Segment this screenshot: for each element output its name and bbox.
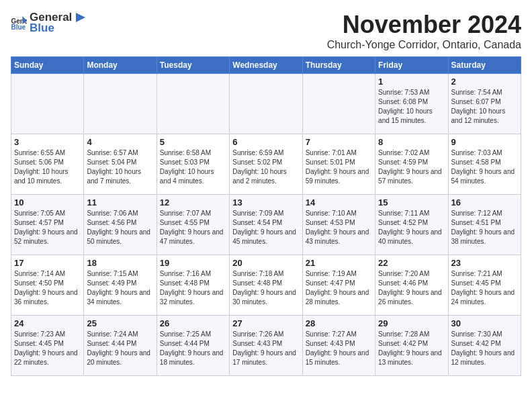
day-number: 5 <box>160 137 226 147</box>
calendar-cell: 14Sunrise: 7:10 AM Sunset: 4:53 PM Dayli… <box>302 195 375 255</box>
calendar-cell <box>157 74 229 134</box>
svg-text:Blue: Blue <box>11 24 26 30</box>
cell-content: Sunrise: 6:55 AM Sunset: 5:06 PM Dayligh… <box>14 148 81 186</box>
header-row: SundayMondayTuesdayWednesdayThursdayFrid… <box>11 57 521 74</box>
day-number: 9 <box>451 137 518 147</box>
calendar-cell: 24Sunrise: 7:23 AM Sunset: 4:45 PM Dayli… <box>11 316 84 376</box>
day-number: 20 <box>232 258 299 268</box>
day-number: 11 <box>87 197 153 208</box>
svg-marker-3 <box>76 13 85 22</box>
week-row-2: 3Sunrise: 6:55 AM Sunset: 5:06 PM Daylig… <box>11 134 521 195</box>
calendar-cell: 4Sunrise: 6:57 AM Sunset: 5:04 PM Daylig… <box>84 134 157 195</box>
calendar-cell: 21Sunrise: 7:19 AM Sunset: 4:47 PM Dayli… <box>302 255 375 316</box>
location-title: Church-Yonge Corridor, Ontario, Canada <box>327 39 521 51</box>
day-number: 30 <box>451 318 518 328</box>
calendar-cell: 22Sunrise: 7:20 AM Sunset: 4:46 PM Dayli… <box>375 255 448 316</box>
calendar-cell: 27Sunrise: 7:26 AM Sunset: 4:43 PM Dayli… <box>230 316 302 376</box>
cell-content: Sunrise: 7:06 AM Sunset: 4:56 PM Dayligh… <box>87 209 153 246</box>
day-number: 7 <box>306 137 372 147</box>
calendar-cell <box>302 74 375 134</box>
cell-content: Sunrise: 6:57 AM Sunset: 5:04 PM Dayligh… <box>87 148 153 186</box>
cell-content: Sunrise: 7:19 AM Sunset: 4:47 PM Dayligh… <box>306 269 372 307</box>
header-cell-thursday: Thursday <box>302 57 375 74</box>
day-number: 10 <box>14 197 81 208</box>
cell-content: Sunrise: 7:25 AM Sunset: 4:44 PM Dayligh… <box>160 330 226 367</box>
cell-content: Sunrise: 7:10 AM Sunset: 4:53 PM Dayligh… <box>306 209 372 246</box>
calendar-cell: 17Sunrise: 7:14 AM Sunset: 4:50 PM Dayli… <box>11 255 84 316</box>
calendar-cell: 1Sunrise: 7:53 AM Sunset: 6:08 PM Daylig… <box>375 74 448 134</box>
header-cell-monday: Monday <box>84 57 157 74</box>
calendar-cell: 10Sunrise: 7:05 AM Sunset: 4:57 PM Dayli… <box>11 195 84 255</box>
calendar-cell: 26Sunrise: 7:25 AM Sunset: 4:44 PM Dayli… <box>157 316 229 376</box>
cell-content: Sunrise: 7:23 AM Sunset: 4:45 PM Dayligh… <box>14 330 81 367</box>
calendar-cell: 2Sunrise: 7:54 AM Sunset: 6:07 PM Daylig… <box>448 74 521 134</box>
cell-content: Sunrise: 7:03 AM Sunset: 4:58 PM Dayligh… <box>451 148 518 186</box>
week-row-1: 1Sunrise: 7:53 AM Sunset: 6:08 PM Daylig… <box>11 74 521 134</box>
calendar-table: SundayMondayTuesdayWednesdayThursdayFrid… <box>11 56 521 376</box>
header-cell-saturday: Saturday <box>448 57 521 74</box>
calendar-cell: 13Sunrise: 7:09 AM Sunset: 4:54 PM Dayli… <box>230 195 302 255</box>
cell-content: Sunrise: 7:20 AM Sunset: 4:46 PM Dayligh… <box>378 269 445 307</box>
day-number: 25 <box>87 318 153 328</box>
calendar-cell: 11Sunrise: 7:06 AM Sunset: 4:56 PM Dayli… <box>84 195 157 255</box>
calendar-cell: 18Sunrise: 7:15 AM Sunset: 4:49 PM Dayli… <box>84 255 157 316</box>
cell-content: Sunrise: 7:07 AM Sunset: 4:55 PM Dayligh… <box>160 209 226 246</box>
cell-content: Sunrise: 7:24 AM Sunset: 4:44 PM Dayligh… <box>87 330 153 367</box>
cell-content: Sunrise: 7:14 AM Sunset: 4:50 PM Dayligh… <box>14 269 81 307</box>
week-row-3: 10Sunrise: 7:05 AM Sunset: 4:57 PM Dayli… <box>11 195 521 255</box>
day-number: 15 <box>378 197 445 208</box>
calendar-cell <box>230 74 302 134</box>
calendar-cell: 23Sunrise: 7:21 AM Sunset: 4:45 PM Dayli… <box>448 255 521 316</box>
cell-content: Sunrise: 7:12 AM Sunset: 4:51 PM Dayligh… <box>451 209 518 246</box>
day-number: 27 <box>232 318 299 328</box>
day-number: 13 <box>232 197 299 208</box>
day-number: 14 <box>306 197 372 208</box>
calendar-cell: 30Sunrise: 7:30 AM Sunset: 4:42 PM Dayli… <box>448 316 521 376</box>
header-cell-sunday: Sunday <box>11 57 84 74</box>
day-number: 8 <box>378 137 445 147</box>
day-number: 12 <box>160 197 226 208</box>
month-title: November 2024 <box>327 11 521 39</box>
week-row-5: 24Sunrise: 7:23 AM Sunset: 4:45 PM Dayli… <box>11 316 521 376</box>
day-number: 6 <box>232 137 299 147</box>
day-number: 23 <box>451 258 518 268</box>
logo-arrow-icon <box>73 11 85 24</box>
cell-content: Sunrise: 7:28 AM Sunset: 4:42 PM Dayligh… <box>378 330 445 367</box>
calendar-cell: 6Sunrise: 6:59 AM Sunset: 5:02 PM Daylig… <box>230 134 302 195</box>
day-number: 2 <box>451 77 518 87</box>
day-number: 17 <box>14 258 81 268</box>
calendar-cell: 25Sunrise: 7:24 AM Sunset: 4:44 PM Dayli… <box>84 316 157 376</box>
cell-content: Sunrise: 7:26 AM Sunset: 4:43 PM Dayligh… <box>232 330 299 367</box>
logo-icon: General Blue <box>11 16 27 30</box>
calendar-cell: 28Sunrise: 7:27 AM Sunset: 4:43 PM Dayli… <box>302 316 375 376</box>
cell-content: Sunrise: 7:53 AM Sunset: 6:08 PM Dayligh… <box>378 88 445 126</box>
day-number: 28 <box>306 318 372 328</box>
calendar-cell: 8Sunrise: 7:02 AM Sunset: 4:59 PM Daylig… <box>375 134 448 195</box>
calendar-cell: 16Sunrise: 7:12 AM Sunset: 4:51 PM Dayli… <box>448 195 521 255</box>
day-number: 3 <box>14 137 81 147</box>
header-cell-friday: Friday <box>375 57 448 74</box>
day-number: 1 <box>378 77 445 87</box>
cell-content: Sunrise: 6:59 AM Sunset: 5:02 PM Dayligh… <box>232 148 299 186</box>
header-cell-tuesday: Tuesday <box>157 57 229 74</box>
calendar-cell <box>11 74 84 134</box>
cell-content: Sunrise: 7:21 AM Sunset: 4:45 PM Dayligh… <box>451 269 518 307</box>
header: General Blue General Blue November 2024 … <box>11 11 521 51</box>
cell-content: Sunrise: 7:27 AM Sunset: 4:43 PM Dayligh… <box>306 330 372 367</box>
cell-content: Sunrise: 7:01 AM Sunset: 5:01 PM Dayligh… <box>306 148 372 186</box>
cell-content: Sunrise: 7:18 AM Sunset: 4:48 PM Dayligh… <box>232 269 299 307</box>
cell-content: Sunrise: 7:05 AM Sunset: 4:57 PM Dayligh… <box>14 209 81 246</box>
cell-content: Sunrise: 7:02 AM Sunset: 4:59 PM Dayligh… <box>378 148 445 186</box>
day-number: 19 <box>160 258 226 268</box>
logo: General Blue General Blue <box>11 11 87 35</box>
cell-content: Sunrise: 7:15 AM Sunset: 4:49 PM Dayligh… <box>87 269 153 307</box>
calendar-cell <box>84 74 157 134</box>
title-area: November 2024 Church-Yonge Corridor, Ont… <box>327 11 521 51</box>
cell-content: Sunrise: 7:09 AM Sunset: 4:54 PM Dayligh… <box>232 209 299 246</box>
cell-content: Sunrise: 6:58 AM Sunset: 5:03 PM Dayligh… <box>160 148 226 186</box>
calendar-cell: 7Sunrise: 7:01 AM Sunset: 5:01 PM Daylig… <box>302 134 375 195</box>
calendar-cell: 5Sunrise: 6:58 AM Sunset: 5:03 PM Daylig… <box>157 134 229 195</box>
calendar-cell: 3Sunrise: 6:55 AM Sunset: 5:06 PM Daylig… <box>11 134 84 195</box>
calendar-cell: 20Sunrise: 7:18 AM Sunset: 4:48 PM Dayli… <box>230 255 302 316</box>
week-row-4: 17Sunrise: 7:14 AM Sunset: 4:50 PM Dayli… <box>11 255 521 316</box>
